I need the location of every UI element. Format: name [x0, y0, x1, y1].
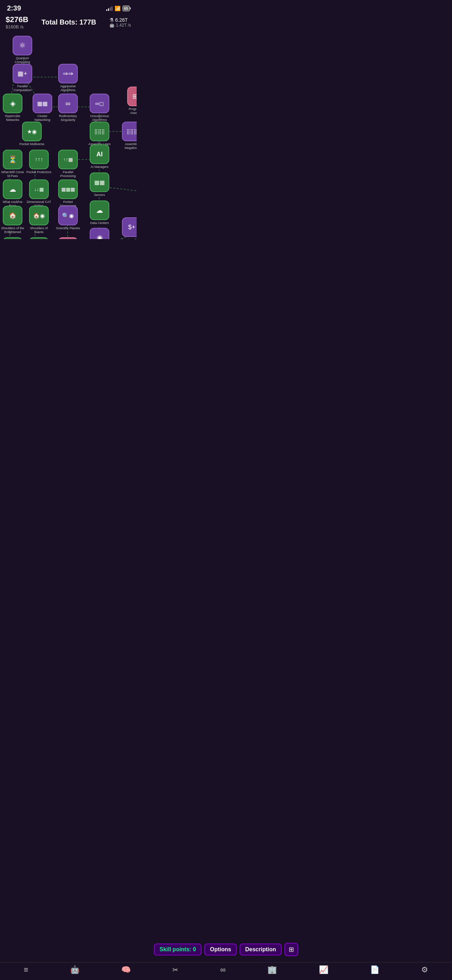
- bots-stat: ⚗ 6.26T 🤖 1.42T /s: [109, 17, 131, 28]
- node-super-radiant-scattering[interactable]: ⣿⣿⣿ Super-Radiant Scattering: [26, 237, 51, 239]
- node-ai-managers[interactable]: AI AI Managers: [87, 145, 112, 169]
- node-shoulders-precursors[interactable]: 💰 Shoulders of Precursors: [0, 237, 25, 239]
- robot-icon: 🤖: [109, 23, 115, 28]
- skill-tree-scroll[interactable]: .conn-green { stroke: #4aaa5a; stroke-wi…: [0, 32, 137, 239]
- node-scientific-planets[interactable]: 🔍◉ Scientific Planets: [56, 206, 81, 230]
- money-rate: $160B /s: [6, 24, 29, 29]
- wifi-icon: 📶: [115, 6, 121, 11]
- node-progressive-assembly[interactable]: ⊞+ Progressive Assembly: [124, 87, 137, 115]
- node-pocket-multiverse[interactable]: ★◉ Pocket Multiverse: [19, 122, 45, 146]
- bots-rate: 1.42T /s: [116, 23, 131, 28]
- node-dimensional-cat-cables[interactable]: ↓↓▦ Dimensional CAT cables: [26, 180, 51, 208]
- money-amount: $276B: [6, 15, 29, 24]
- svg-line-21: [109, 188, 137, 194]
- node-cluster-networking[interactable]: ▦▦ Cluster Networking: [30, 94, 55, 122]
- status-time: 2:39: [7, 4, 21, 12]
- node-servers[interactable]: ▦▦ Servers: [87, 172, 112, 197]
- node-rudimentary-singularity[interactable]: ∞ Rudimentary Singularity: [56, 94, 81, 122]
- skill-tree: .conn-green { stroke: #4aaa5a; stroke-wi…: [0, 32, 137, 239]
- node-what-couldve-been[interactable]: ☁ What could've been: [0, 180, 25, 208]
- header-stats: $276B $160B /s Total Bots: 177B ⚗ 6.26T …: [0, 14, 137, 32]
- flask-icon: ⚗: [109, 17, 114, 23]
- node-hypercube-networks[interactable]: ◈ Hypercube Networks: [0, 94, 25, 122]
- node-assembly-lines[interactable]: ⣿⣿⣿ Assembly Lines: [87, 122, 112, 146]
- node-planets[interactable]: ◉ Planets: [87, 228, 112, 239]
- node-what-will-come-to-pass[interactable]: ⏳ What Will Come to Pass: [0, 150, 25, 178]
- node-parallel-processing[interactable]: ↑↑▦ Parallel Processing: [56, 150, 81, 178]
- node-assembly-megalines[interactable]: ⣿⣿⣿ Assembly Megalines: [119, 122, 137, 150]
- node-monetary-policy[interactable]: $+ Monetary Policy: [119, 217, 137, 239]
- node-terraforming-protocols[interactable]: ◉+ Terraforming Protocols: [56, 237, 81, 239]
- node-unsuspicious-algorithms[interactable]: ∞◻ Unsuspicious Algorithms: [87, 94, 112, 122]
- battery-indicator: 65: [123, 6, 130, 11]
- money-stat: $276B $160B /s: [6, 15, 29, 29]
- total-bots-display: Total Bots: 177B: [41, 18, 96, 26]
- node-data-centers[interactable]: ☁ Data Centers: [87, 200, 112, 225]
- node-pocket-protectors[interactable]: ↑↑↑ Pocket Protectors: [26, 150, 51, 174]
- node-parallel-computation[interactable]: ▦+ Parallel Computation: [10, 64, 35, 92]
- node-pocket-dimensions[interactable]: ▦▦▦ Pocket Dimensions: [56, 180, 81, 208]
- status-bar: 2:39 📶 65: [0, 0, 137, 14]
- status-icons: 📶 65: [106, 6, 130, 11]
- node-aggressive-algorithms[interactable]: ⇒⇒ Aggressive Algorithms: [56, 64, 81, 92]
- bots-amount: 6.26T: [115, 17, 128, 23]
- node-shoulders-enlightened[interactable]: 🏠 Shoulders of the Enlightened: [0, 206, 25, 234]
- node-quantum-computing[interactable]: ⚛ Quantum Computing: [10, 36, 35, 64]
- app-wrapper: 2:39 📶 65 $276B $160B /s Total Bots: 177…: [0, 0, 137, 296]
- node-shoulders-giants[interactable]: 🏠◉ Shoulders of Giants: [26, 206, 51, 234]
- signal-bars-icon: [106, 6, 113, 11]
